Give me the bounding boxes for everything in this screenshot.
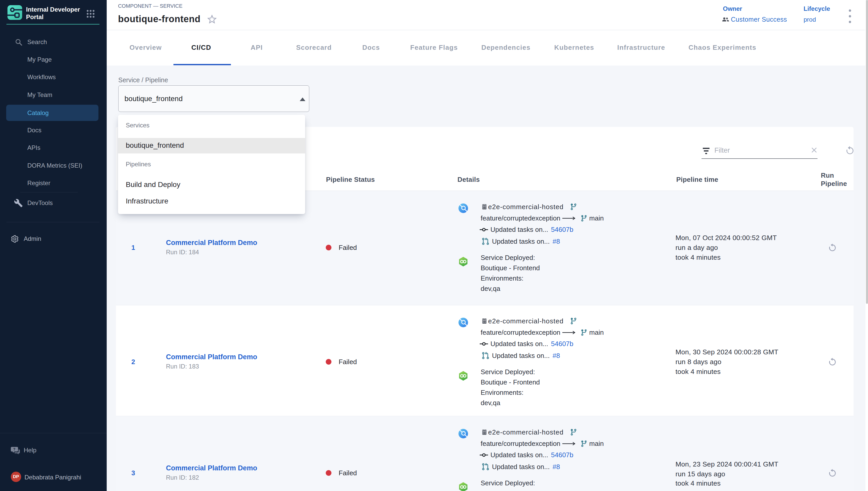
svg-text:?: ?: [13, 447, 16, 451]
